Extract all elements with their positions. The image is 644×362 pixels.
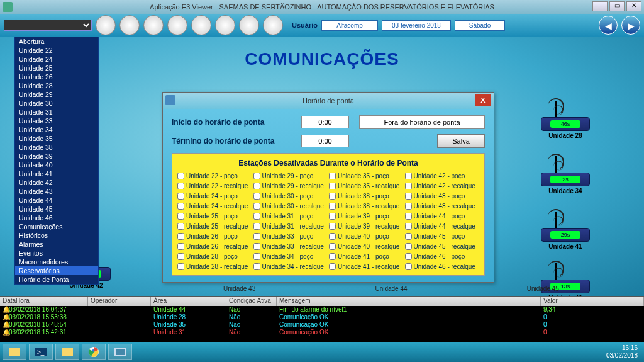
checkbox-input[interactable] [253,203,260,210]
station-checkbox[interactable]: Unidade 40 - recalque [329,243,404,250]
task-chrome-icon[interactable] [82,344,106,360]
checkbox-input[interactable] [329,223,336,230]
checkbox-input[interactable] [405,183,412,189]
menu-item[interactable]: Macromedidores [15,257,98,266]
nav-menu[interactable]: AberturaUnidade 22Unidade 24Unidade 25Un… [14,37,99,285]
station-checkbox[interactable]: Unidade 26 - poço [177,233,252,240]
station-checkbox[interactable]: Unidade 24 - recalque [177,203,252,210]
menu-item[interactable]: Unidade 22 [15,46,98,55]
checkbox-input[interactable] [405,233,412,240]
menu-item[interactable]: Unidade 30 [15,99,98,108]
checkbox-input[interactable] [405,193,412,200]
checkbox-input[interactable] [177,183,184,189]
station-checkbox[interactable]: Unidade 43 - recalque [405,203,480,210]
station-checkbox[interactable]: Unidade 26 - recalque [177,243,252,250]
end-time-input[interactable] [301,135,349,147]
station-checkbox[interactable]: Unidade 25 - recalque [177,223,252,230]
station-checkbox[interactable]: Unidade 29 - recalque [253,183,328,189]
checkbox-input[interactable] [405,263,412,270]
station-checkbox[interactable]: Unidade 30 - poço [253,193,328,200]
station-checkbox[interactable]: Unidade 31 - poço [253,213,328,220]
checkbox-input[interactable] [329,243,336,250]
checkbox-input[interactable] [253,193,260,200]
alarm-icon[interactable] [263,15,283,35]
station-checkbox[interactable]: Unidade 42 - recalque [405,183,480,189]
checkbox-input[interactable] [253,213,260,220]
monitor-icon[interactable] [119,15,140,35]
checkbox-input[interactable] [329,193,336,200]
checkbox-input[interactable] [177,253,184,260]
checkbox-input[interactable] [177,203,184,210]
checkbox-input[interactable] [329,233,336,240]
station-checkbox[interactable]: Unidade 29 - poço [253,173,328,179]
station-checkbox[interactable]: Unidade 44 - poço [405,213,480,220]
station-checkbox[interactable]: Unidade 35 - recalque [329,183,404,189]
checkbox-input[interactable] [405,213,412,220]
menu-item[interactable]: Unidade 44 [15,196,98,205]
menu-item[interactable]: Unidade 46 [15,213,98,222]
comm-icon[interactable] [191,15,211,35]
menu-item[interactable]: Históricos [15,231,98,240]
menu-item[interactable]: Unidade 40 [15,161,98,169]
station-checkbox[interactable]: Unidade 22 - recalque [177,183,252,189]
station-checkbox[interactable]: Unidade 35 - poço [329,173,404,179]
nav-combo[interactable] [4,20,92,31]
warning-icon[interactable] [143,15,164,35]
station-checkbox[interactable]: Unidade 45 - poço [405,233,480,240]
station-checkbox[interactable]: Unidade 34 - recalque [253,263,328,270]
menu-item[interactable]: Unidade 28 [15,81,98,90]
menu-item[interactable]: Unidade 26 [15,72,98,81]
checkbox-input[interactable] [253,253,260,260]
checkbox-input[interactable] [405,173,412,179]
save-button[interactable]: Salva [437,134,485,148]
checkbox-input[interactable] [329,263,336,270]
checkbox-input[interactable] [329,203,336,210]
checkbox-input[interactable] [177,233,184,240]
task-explorer-icon[interactable] [3,344,26,360]
station-checkbox[interactable]: Unidade 31 - recalque [253,223,328,230]
minimize-button[interactable]: — [592,1,608,11]
checkbox-input[interactable] [177,243,184,250]
station-checkbox[interactable]: Unidade 25 - poço [177,213,252,220]
checkbox-input[interactable] [177,213,184,220]
checkbox-input[interactable] [253,173,260,179]
checkbox-input[interactable] [405,253,412,260]
maximize-button[interactable]: ▭ [609,1,625,11]
menu-item[interactable]: Comunicações [15,222,98,231]
task-powershell-icon[interactable]: >_ [29,344,53,360]
checkbox-input[interactable] [253,183,260,189]
station-checkbox[interactable]: Unidade 33 - recalque [253,243,328,250]
task-e3-icon[interactable] [108,344,132,360]
alarm-row[interactable]: 🔔03/02/2018 15:42:31Unidade 31NãoComunic… [0,329,644,336]
checkbox-input[interactable] [329,173,336,179]
station-checkbox[interactable]: Unidade 28 - poço [177,253,252,260]
nav-next-button[interactable]: ▶ [621,16,640,35]
station-checkbox[interactable]: Unidade 46 - recalque [405,263,480,270]
taskbar-clock[interactable]: 16:16 03/02/2018 [606,344,641,359]
dialog-close-button[interactable]: X [475,94,491,106]
menu-item[interactable]: Unidade 24 [15,55,98,64]
alarm-row[interactable]: 🔔03/02/2018 15:48:54Unidade 35NãoComunic… [0,321,644,329]
station-checkbox[interactable]: Unidade 30 - recalque [253,203,328,210]
start-time-input[interactable] [301,116,349,128]
station-checkbox[interactable]: Unidade 38 - poço [329,193,404,200]
station-checkbox[interactable]: Unidade 46 - poço [405,253,480,260]
menu-item[interactable]: Unidade 29 [15,90,98,99]
menu-item[interactable]: Reservatórios [15,266,98,275]
checkbox-input[interactable] [405,243,412,250]
station-checkbox[interactable]: Unidade 41 - recalque [329,263,404,270]
menu-item[interactable]: Unidade 41 [15,169,98,178]
station-checkbox[interactable]: Unidade 40 - poço [329,233,404,240]
menu-item[interactable]: Unidade 38 [15,143,98,152]
menu-item[interactable]: Unidade 39 [15,152,98,161]
station-checkbox[interactable]: Unidade 39 - poço [329,213,404,220]
checkbox-input[interactable] [329,253,336,260]
users-icon[interactable] [96,15,116,35]
checkbox-input[interactable] [177,223,184,230]
checkbox-input[interactable] [329,183,336,189]
station-checkbox[interactable]: Unidade 44 - recalque [405,223,480,230]
station-checkbox[interactable]: Unidade 24 - poço [177,193,252,200]
checkbox-input[interactable] [253,243,260,250]
alarm-row[interactable]: 🔔03/02/2018 15:53:38Unidade 28NãoComunic… [0,314,644,321]
close-button[interactable]: ✕ [626,1,641,11]
